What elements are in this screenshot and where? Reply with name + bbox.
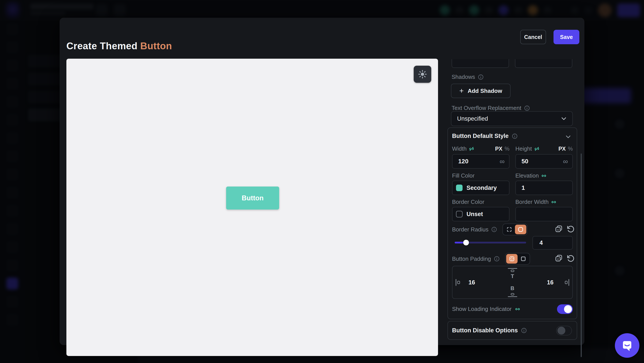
width-input[interactable]: 120 ∞ <box>452 154 510 169</box>
info-icon[interactable] <box>524 105 530 111</box>
plus-icon: + <box>459 87 464 94</box>
width-label: Width <box>452 145 466 152</box>
clipped-input[interactable] <box>515 59 572 68</box>
infinity-button[interactable]: ∞ <box>563 158 568 165</box>
text-overflow-dropdown[interactable]: Unspecified <box>451 111 573 126</box>
show-loading-label: Show Loading Indicator <box>452 306 512 313</box>
height-input[interactable]: 50 ∞ <box>516 154 573 169</box>
padding-all-toggle[interactable] <box>518 254 529 264</box>
link-icon[interactable] <box>551 199 556 205</box>
border-color-input[interactable]: Unset <box>452 207 510 221</box>
border-color-value: Unset <box>466 211 483 218</box>
padding-icon <box>508 256 515 262</box>
properties-panel: Shadows + Add Shadow Text Overflow Repla… <box>448 59 578 342</box>
unlink-icon[interactable] <box>534 146 540 152</box>
chat-bubble-icon <box>621 339 634 352</box>
padding-left-icon[interactable] <box>455 278 461 287</box>
reset-icon[interactable] <box>566 254 575 263</box>
toggle-knob <box>564 305 572 313</box>
show-loading-toggle[interactable] <box>557 304 573 314</box>
disable-options-toggle[interactable] <box>556 326 572 336</box>
padding-top-icon[interactable] <box>506 268 519 272</box>
height-value: 50 <box>522 158 528 165</box>
chat-launcher-button[interactable] <box>615 333 640 358</box>
svg-text:c: c <box>557 257 559 261</box>
save-button[interactable]: Save <box>554 30 579 44</box>
border-radius-input[interactable]: 4 <box>532 236 573 250</box>
toggle-knob <box>558 327 565 335</box>
color-swatch[interactable] <box>456 185 462 191</box>
button-padding-row: Button Padding <box>452 253 530 265</box>
panel-scrollbar[interactable] <box>581 153 582 357</box>
border-radius-mode-segmented <box>502 224 528 235</box>
padding-left-value[interactable]: 16 <box>468 279 475 286</box>
elevation-input[interactable]: 1 <box>516 181 573 195</box>
reset-icon[interactable] <box>566 224 575 233</box>
padding-editor: T 16 16 B <box>452 266 573 299</box>
elevation-field-wrap: 1 <box>516 181 573 195</box>
border-radius-row: Border Radius <box>452 224 528 235</box>
elevation-value: 1 <box>522 184 525 191</box>
info-icon[interactable] <box>512 133 518 139</box>
modal-actions: Cancel Save <box>520 30 579 44</box>
brightness-toggle-button[interactable] <box>414 66 431 83</box>
collapse-chevron-icon[interactable] <box>564 133 572 141</box>
copy-icon[interactable]: c <box>554 224 563 233</box>
slider-thumb[interactable] <box>463 240 469 245</box>
info-icon[interactable] <box>494 256 500 262</box>
section-title: Button Default Style <box>452 133 508 139</box>
fill-color-value: Secondary <box>466 185 497 191</box>
unlink-icon[interactable] <box>469 146 474 152</box>
uniform-radius-toggle[interactable] <box>515 225 526 234</box>
cancel-button[interactable]: Cancel <box>520 30 546 44</box>
unit-percent-toggle[interactable]: % <box>568 146 573 152</box>
border-radius-value: 4 <box>540 240 543 246</box>
fill-color-label-row: Fill Color <box>452 172 510 179</box>
info-icon[interactable] <box>478 74 484 80</box>
border-color-field-wrap: Unset <box>452 207 510 221</box>
button-default-style-section: Button Default Style Width <box>448 127 577 319</box>
unit-px-toggle[interactable]: PX <box>558 146 566 152</box>
show-loading-row: Show Loading Indicator <box>452 306 520 313</box>
padding-top-letter[interactable]: T <box>511 273 514 279</box>
link-icon[interactable] <box>515 306 520 312</box>
modal-title-accent: Button <box>140 40 172 51</box>
info-icon[interactable] <box>521 327 527 334</box>
individual-corners-toggle[interactable] <box>504 225 515 234</box>
button-disable-options-section: Button Disable Options <box>448 321 577 340</box>
border-width-label: Border Width <box>516 199 549 205</box>
themed-button-preview[interactable]: Button <box>226 187 279 210</box>
padding-mode-segmented <box>505 253 530 265</box>
sun-icon <box>418 69 427 79</box>
padding-bottom-icon[interactable] <box>506 293 519 298</box>
border-radius-slider[interactable] <box>455 242 526 244</box>
copy-icon[interactable]: c <box>554 254 563 263</box>
section-header: Button Default Style <box>452 133 518 139</box>
padding-bottom-letter[interactable]: B <box>510 285 514 291</box>
border-radius-label: Border Radius <box>452 226 488 233</box>
add-shadow-label: Add Shadow <box>468 88 502 94</box>
add-shadow-button[interactable]: + Add Shadow <box>451 84 510 98</box>
button-padding-label: Button Padding <box>452 256 491 262</box>
border-color-label-row: Border Color <box>452 199 510 205</box>
padding-sides-toggle[interactable] <box>506 254 518 264</box>
fill-color-input[interactable]: Secondary <box>452 181 510 195</box>
create-themed-button-modal: Create Themed Button Button Cancel Save <box>60 18 584 345</box>
shadows-label: Shadows <box>452 73 475 80</box>
padding-right-icon[interactable] <box>564 278 570 287</box>
text-overflow-value: Unspecified <box>457 115 560 122</box>
padding-right-value[interactable]: 16 <box>547 279 554 286</box>
elevation-label: Elevation <box>516 172 539 179</box>
info-icon[interactable] <box>491 226 497 233</box>
width-value: 120 <box>458 158 468 165</box>
fill-color-label: Fill Color <box>452 172 474 179</box>
unset-color-swatch[interactable] <box>456 211 462 217</box>
link-icon[interactable] <box>541 173 547 179</box>
clipped-input[interactable] <box>452 59 509 68</box>
infinity-button[interactable]: ∞ <box>500 158 505 165</box>
height-label: Height <box>516 145 532 152</box>
unit-percent-toggle[interactable]: % <box>505 146 510 152</box>
unit-px-toggle[interactable]: PX <box>495 146 502 152</box>
border-width-input[interactable] <box>516 207 573 221</box>
border-color-label: Border Color <box>452 199 484 205</box>
